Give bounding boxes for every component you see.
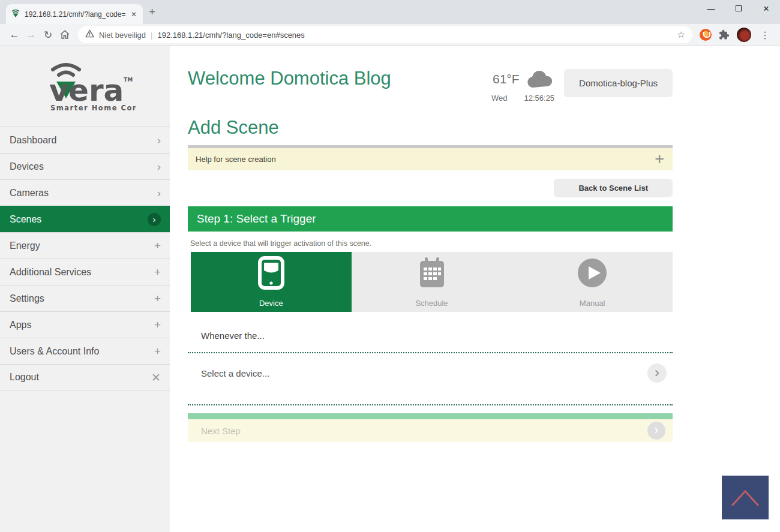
chevron-right-icon: ›: [157, 134, 161, 146]
sidebar-item-devices[interactable]: Devices ›: [0, 153, 170, 179]
forward-button[interactable]: →: [23, 26, 40, 43]
svg-text:era: era: [68, 73, 124, 108]
trigger-tile-label: Device: [259, 299, 283, 308]
bookmark-star-icon[interactable]: ☆: [677, 29, 685, 40]
svg-text:v: v: [49, 73, 69, 108]
expand-plus-icon[interactable]: +: [655, 151, 664, 167]
sidebar-item-label: Dashboard: [10, 135, 56, 146]
plus-icon: +: [154, 319, 161, 330]
sidebar-item-settings[interactable]: Settings +: [0, 285, 170, 311]
status-area: 61°F Wed 12:56:25 Domotica-bl: [491, 69, 673, 103]
calendar-icon: [418, 252, 446, 294]
favicon-vera-icon: [11, 8, 20, 20]
plus-icon: +: [154, 266, 161, 278]
browser-tab[interactable]: 192.168.1.21/cmh/?lang_code=e ✕: [6, 4, 143, 24]
trigger-tile-device[interactable]: Device: [191, 252, 352, 312]
window-controls: — ✕: [697, 0, 780, 17]
trigger-tile-schedule[interactable]: Schedule: [352, 252, 512, 312]
device-icon: [257, 252, 285, 294]
plus-icon: +: [154, 240, 161, 251]
clock-time: 12:56:25: [524, 94, 555, 103]
reload-button[interactable]: ↻: [40, 26, 56, 43]
browser-toolbar: ← → ↻ Niet beveiligd | 192.168.1.21/cmh/…: [0, 24, 780, 46]
trigger-tiles: Device: [191, 252, 673, 312]
back-button[interactable]: ←: [6, 26, 23, 43]
chevron-right-circle-icon: ›: [647, 422, 665, 440]
scroll-to-top-button[interactable]: [722, 476, 769, 519]
minimize-button[interactable]: —: [697, 0, 725, 17]
sidebar-item-label: Cameras: [10, 188, 49, 199]
back-to-scene-list-button[interactable]: Back to Scene List: [554, 179, 673, 197]
main-content: Welcome Domotica Blog 61°F Wed: [170, 46, 780, 532]
new-tab-button[interactable]: +: [149, 6, 155, 17]
weekday-label: Wed: [491, 94, 508, 103]
sidebar: v era TM Smarter Home Control Dashboard …: [0, 46, 170, 532]
browser-tabstrip: 192.168.1.21/cmh/?lang_code=e ✕ + — ✕: [0, 0, 780, 24]
sidebar-item-label: Additional Services: [10, 267, 91, 278]
plus-icon: +: [154, 293, 161, 304]
step-header: Step 1: Select a Trigger: [188, 206, 673, 232]
controller-select-button[interactable]: Domotica-blog-Plus: [564, 69, 673, 97]
help-label: Help for scene creation: [196, 155, 276, 164]
sidebar-item-label: Settings: [10, 293, 44, 304]
progress-bar: [188, 413, 673, 419]
trigger-tile-manual[interactable]: Manual: [512, 252, 673, 312]
whenever-label: Whenever the...: [201, 330, 673, 341]
sidebar-item-label: Users & Account Info: [10, 346, 99, 357]
address-separator: |: [151, 31, 152, 40]
sidebar-item-cameras[interactable]: Cameras ›: [0, 179, 170, 206]
chevron-right-icon: ›: [157, 161, 161, 172]
sidebar-item-label: Energy: [10, 241, 40, 251]
close-icon: ✕: [151, 372, 161, 383]
profile-avatar[interactable]: [737, 28, 751, 42]
next-step-button[interactable]: Next Step ›: [188, 419, 673, 442]
sidebar-item-users-account-info[interactable]: Users & Account Info +: [0, 338, 170, 364]
next-step-label: Next Step: [201, 426, 241, 436]
trigger-tile-label: Manual: [580, 299, 605, 308]
sidebar-item-apps[interactable]: Apps +: [0, 311, 170, 338]
extension-orange-icon[interactable]: [700, 29, 712, 41]
sidebar-item-energy[interactable]: Energy +: [0, 232, 170, 259]
address-bar[interactable]: Niet beveiligd | 192.168.1.21/cmh/?lang_…: [78, 26, 692, 43]
tab-close-icon[interactable]: ✕: [130, 10, 138, 19]
chevron-right-circle-icon: ›: [148, 213, 161, 226]
play-circle-icon: [577, 252, 608, 294]
sidebar-item-additional-services[interactable]: Additional Services +: [0, 259, 170, 285]
sidebar-item-scenes[interactable]: Scenes ›: [0, 206, 170, 232]
sidebar-menu: Dashboard › Devices › Cameras › Scenes ›…: [0, 127, 170, 390]
sidebar-item-label: Devices: [10, 161, 44, 172]
sidebar-item-logout[interactable]: Logout ✕: [0, 364, 170, 390]
help-bar[interactable]: Help for scene creation +: [188, 145, 673, 170]
sidebar-item-label: Scenes: [10, 214, 41, 225]
chevron-right-circle-icon[interactable]: ›: [647, 363, 667, 383]
window-close-button[interactable]: ✕: [752, 0, 780, 17]
temperature-value: 61°F: [493, 72, 520, 86]
sidebar-item-dashboard[interactable]: Dashboard ›: [0, 127, 170, 153]
vera-logo: v era TM Smarter Home Control: [0, 46, 170, 127]
not-secure-warning-icon: [85, 29, 94, 40]
select-device-label: Select a device...: [201, 368, 269, 378]
chevron-right-icon: ›: [157, 187, 161, 199]
dotted-divider: [188, 404, 673, 405]
tab-title: 192.168.1.21/cmh/?lang_code=e: [25, 10, 125, 19]
welcome-title: Welcome Domotica Blog: [188, 67, 391, 90]
svg-text:Smarter Home Control: Smarter Home Control: [50, 104, 136, 112]
sidebar-item-label: Logout: [10, 372, 39, 383]
plus-icon: +: [154, 345, 161, 357]
browser-menu-icon[interactable]: ⋮: [758, 29, 772, 41]
security-label[interactable]: Niet beveiligd: [99, 31, 146, 40]
page-title: Add Scene: [188, 117, 673, 139]
sidebar-item-label: Apps: [10, 320, 31, 330]
url-text[interactable]: 192.168.1.21/cmh/?lang_code=en#scenes: [157, 31, 672, 40]
cloud-icon: [526, 70, 553, 88]
maximize-button[interactable]: [725, 0, 752, 17]
extensions-area: ⋮: [697, 28, 774, 42]
trigger-tile-label: Schedule: [415, 299, 448, 308]
step-description: Select a device that will trigger activa…: [190, 239, 673, 248]
extensions-puzzle-icon[interactable]: [719, 29, 730, 40]
svg-text:TM: TM: [124, 77, 133, 83]
select-device-row[interactable]: Select a device... ›: [188, 353, 673, 393]
home-button[interactable]: [56, 26, 73, 43]
step-title: Step 1: Select a Trigger: [197, 212, 316, 226]
